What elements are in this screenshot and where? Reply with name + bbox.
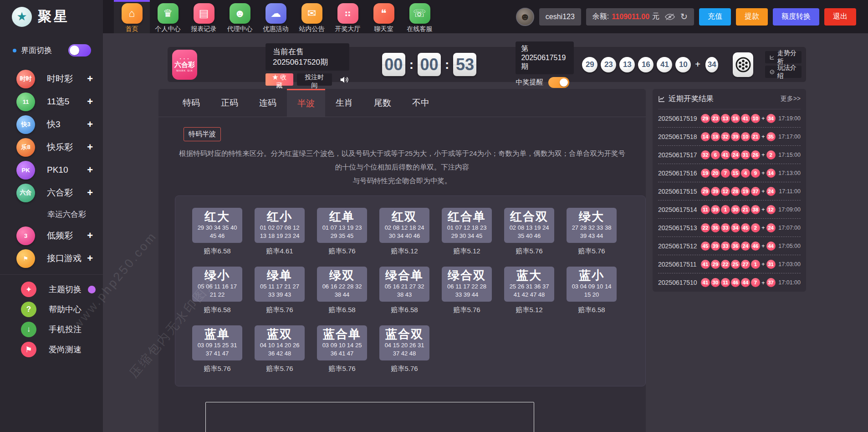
colon: : <box>409 57 414 72</box>
plus-sign: + <box>761 242 765 249</box>
bet-option-button[interactable]: 红合单 01 07 12 18 23 29 30 34 45 <box>442 208 492 243</box>
result-ball: 1 <box>721 205 730 214</box>
sidebar-lottery-item[interactable]: 11 11选5 + <box>0 90 103 113</box>
win-notify-toggle[interactable] <box>548 77 569 88</box>
nav-item[interactable]: ☻ 代理中心 <box>222 0 258 33</box>
bet-option: 绿双 06 16 22 28 32 38 44 赔率6.58 <box>317 267 367 314</box>
expand-plus-icon[interactable]: + <box>87 164 93 176</box>
bet-option-button[interactable]: 绿单 05 11 17 21 27 33 39 43 <box>255 267 305 302</box>
nav-item[interactable]: ❝ 聊天室 <box>366 0 402 33</box>
result-time: 17:17:00 <box>778 134 801 140</box>
result-period: 20250617515 <box>658 188 701 195</box>
plus-sign: + <box>761 170 765 176</box>
expand-plus-icon[interactable]: + <box>87 252 93 264</box>
topbar-action-button[interactable]: 退出 <box>824 8 856 26</box>
bet-odds: 赔率5.12 <box>442 247 492 256</box>
11x5-ball-icon: 11 <box>16 93 35 111</box>
theme-color-dot[interactable] <box>88 286 96 293</box>
refresh-balance-icon[interactable]: ↻ <box>680 11 688 22</box>
home-icon: ⌂ <box>122 3 143 24</box>
expand-plus-icon[interactable]: + <box>87 230 93 242</box>
bet-option-button[interactable]: 绿小 05 06 11 16 17 21 22 <box>192 267 242 302</box>
nav-item[interactable]: ☏ 在线客服 <box>402 0 438 33</box>
result-ball: 16 <box>731 114 740 123</box>
bet-option-button[interactable]: 红双 02 08 12 18 24 30 34 40 46 <box>379 208 429 243</box>
sidebar-lottery-item[interactable]: 六合 六合彩 + <box>0 181 103 204</box>
play-tab[interactable]: 半波 <box>287 89 325 117</box>
play-tab[interactable]: 生肖 <box>325 89 363 117</box>
balance-label: 余额: <box>592 12 609 21</box>
nav-item[interactable]: ✉ 站内公告 <box>294 0 330 33</box>
nav-item[interactable]: ♛ 个人中心 <box>150 0 186 33</box>
order-row: 清空单号 确认投注 <box>205 402 646 432</box>
interface-switch-toggle[interactable] <box>68 44 91 57</box>
bet-option-button[interactable]: 红合双 02 08 13 19 24 35 40 46 <box>504 208 554 243</box>
sidebar-lottery-item[interactable]: 时时 时时彩 + <box>0 67 103 90</box>
bet-odds: 赔率5.76 <box>442 306 492 314</box>
play-tabs: 特码 正码 连码 半波 生肖 尾数 不中 <box>158 89 646 117</box>
bet-time-button[interactable]: 投注时间 <box>297 73 332 86</box>
bet-option-button[interactable]: 红单 01 07 13 19 23 29 35 45 <box>317 208 367 243</box>
bet-order-textarea[interactable] <box>205 402 534 432</box>
nav-item[interactable]: ⌂ 首页 <box>114 0 150 33</box>
topbar-action-button[interactable]: 额度转换 <box>773 8 819 26</box>
plus-sign: + <box>761 188 765 195</box>
avatar[interactable]: ☻ <box>516 8 534 26</box>
bet-odds: 赔率5.12 <box>379 247 429 256</box>
bet-option-button[interactable]: 蓝合双 04 15 20 26 31 37 42 48 <box>379 325 429 360</box>
bet-option: 红双 02 08 12 18 24 30 34 40 46 赔率5.12 <box>379 208 429 256</box>
bet-option-button[interactable]: 蓝小 03 04 09 10 14 15 20 <box>567 267 617 302</box>
bet-option-button[interactable]: 红大 29 30 34 35 40 45 46 <box>192 208 242 243</box>
sidebar-tool-item[interactable]: ↓ 手机投注 <box>0 319 103 339</box>
expand-plus-icon[interactable]: + <box>87 141 93 153</box>
bet-option-button[interactable]: 蓝合单 03 09 10 14 25 36 41 47 <box>317 325 367 360</box>
bet-option-button[interactable]: 蓝单 03 09 15 25 31 37 41 47 <box>192 325 242 360</box>
play-tab[interactable]: 不中 <box>402 89 440 117</box>
expand-plus-icon[interactable]: + <box>87 187 93 199</box>
sidebar-lottery-item[interactable]: PK PK10 + <box>0 159 103 181</box>
play-tab[interactable]: 连码 <box>249 89 287 117</box>
bet-option-button[interactable]: 蓝大 25 26 31 36 37 41 42 47 48 <box>504 267 554 302</box>
more-results-link[interactable]: 更多>> <box>781 95 801 103</box>
sidebar-tool-item[interactable]: ? 帮助中心 <box>0 299 103 319</box>
sidebar-lottery-item[interactable]: ⚑ 接口游戏 + <box>0 247 103 270</box>
bet-option-button[interactable]: 绿合双 06 11 17 22 28 33 39 44 <box>442 267 492 302</box>
sidebar-tool-item[interactable]: ✦ 主题切换 <box>0 279 103 299</box>
sidebar-lottery-item[interactable]: 幸运六合彩 <box>0 204 103 224</box>
play-rules-button[interactable]: 玩法介绍 <box>765 66 802 78</box>
nav-item[interactable]: ▤ 报表记录 <box>186 0 222 33</box>
sidebar-tool-item[interactable]: ⚑ 爱尚测速 <box>0 339 103 360</box>
trend-analysis-button[interactable]: 走势分析 <box>765 51 802 63</box>
bet-option-button[interactable]: 绿大 27 28 32 33 38 39 43 44 <box>567 208 617 243</box>
play-tab[interactable]: 正码 <box>210 89 249 117</box>
expand-plus-icon[interactable]: + <box>87 118 93 130</box>
favorite-button[interactable]: ★ 收藏 <box>266 73 293 86</box>
app-body: 界面切换 时时 时时彩 + 11 11选5 + <box>0 33 868 432</box>
draw-ball: 23 <box>601 57 616 72</box>
result-ball: 45 <box>741 223 750 232</box>
nav-item[interactable]: ☁ 优惠活动 <box>258 0 294 33</box>
speaker-icon[interactable] <box>339 75 349 84</box>
bet-option-button[interactable]: 蓝双 04 10 14 20 26 36 42 48 <box>255 325 305 360</box>
topbar-action-button[interactable]: 提款 <box>736 8 768 26</box>
topbar-action-button[interactable]: 充值 <box>699 8 731 26</box>
sidebar-lottery-item[interactable]: 乐8 快乐彩 + <box>0 136 103 159</box>
video-reel-icon[interactable] <box>733 52 753 77</box>
bet-odds: 赔率6.58 <box>379 306 429 314</box>
sidebar-lottery-item[interactable]: 快3 快3 + <box>0 113 103 136</box>
nav-item[interactable]: ⠶ 开奖大厅 <box>330 0 366 33</box>
result-ball: 44 <box>741 278 750 287</box>
hide-balance-icon[interactable] <box>665 13 675 21</box>
expand-plus-icon[interactable]: + <box>87 73 93 85</box>
result-row: 20250617510 41301146447 + 37 17:01:00 <box>658 273 801 292</box>
bet-option-button[interactable]: 绿双 06 16 22 28 32 38 44 <box>317 267 367 302</box>
result-balls: 41292225271 <box>701 260 760 269</box>
expand-plus-icon[interactable]: + <box>87 96 93 108</box>
bet-odds: 赔率5.76 <box>255 365 305 373</box>
play-tab[interactable]: 特码 <box>172 89 210 117</box>
bet-option-button[interactable]: 红小 01 02 07 08 12 13 18 19 23 24 <box>255 208 305 243</box>
play-tab[interactable]: 尾数 <box>363 89 402 117</box>
sidebar-lottery-item[interactable]: 3 低频彩 + <box>0 224 103 247</box>
bet-option-button[interactable]: 绿合单 05 16 21 27 32 38 43 <box>379 267 429 302</box>
results-title: 近期开奖结果 <box>658 94 714 104</box>
